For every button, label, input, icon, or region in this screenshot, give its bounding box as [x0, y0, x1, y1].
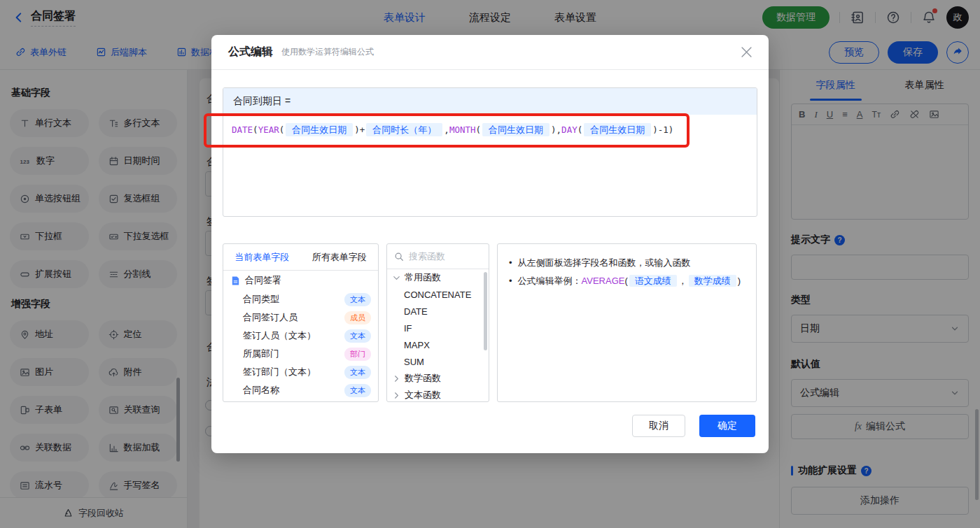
doc-icon	[230, 276, 241, 286]
formula-function-name: DAY	[561, 124, 578, 135]
formula-text: )+	[354, 124, 365, 135]
chevron-right-icon	[391, 373, 402, 384]
variables-panel: 当前表单字段所有表单字段 合同签署合同类型文本合同签订人员成员签订人员（文本）文…	[223, 243, 379, 402]
example-field-chip: 语文成绩	[629, 275, 677, 287]
variable-row[interactable]: 签订部门（文本）文本	[223, 363, 378, 381]
help-line: •公式编辑举例：AVERAGE(语文成绩，数学成绩)	[509, 272, 745, 290]
function-item[interactable]: IF	[387, 320, 489, 336]
variable-row[interactable]: 签订人员（文本）文本	[223, 327, 378, 345]
variable-row[interactable]: 文本	[223, 399, 378, 402]
variable-row[interactable]: 合同签订人员成员	[223, 308, 378, 327]
function-group[interactable]: 常用函数	[387, 269, 489, 286]
function-group-label: 数学函数	[405, 372, 441, 385]
variable-label: 所属部门	[243, 348, 279, 360]
variable-type-badge: 成员	[344, 311, 371, 324]
functions-scrollbar[interactable]	[484, 272, 487, 350]
example-function-name: AVERAGE	[582, 276, 625, 286]
formula-target: 合同到期日 =	[223, 88, 757, 115]
function-group-label: 文本函数	[405, 389, 441, 401]
variable-row[interactable]: 合同类型文本	[223, 290, 378, 308]
formula-text: (	[578, 124, 583, 135]
function-group-label: 常用函数	[405, 271, 441, 284]
variable-label: 合同名称	[243, 384, 279, 397]
formula-field-chip: 合同生效日期	[482, 123, 550, 136]
modal-subtitle: 使用数学运算符编辑公式	[281, 46, 374, 58]
formula-function-name: DATE	[232, 124, 253, 135]
formula-field-chip: 合同时长（年）	[366, 123, 442, 136]
function-item[interactable]: CONCATENATE	[387, 286, 489, 303]
function-item[interactable]: SUM	[387, 353, 489, 370]
formula-help-panel: •从左侧面板选择字段名和函数，或输入函数•公式编辑举例：AVERAGE(语文成绩…	[497, 243, 757, 402]
variable-type-badge: 文本	[344, 366, 371, 379]
variable-type-badge: 文本	[344, 402, 371, 403]
formula-edit-modal: 公式编辑 使用数学运算符编辑公式 合同到期日 = DATE(YEAR(合同生效日…	[211, 35, 769, 453]
formula-field-chip: 合同生效日期	[584, 123, 651, 136]
tab-all-form-fields[interactable]: 所有表单字段	[301, 244, 379, 270]
variable-label: 合同类型	[243, 293, 279, 306]
formula-text: (	[279, 124, 285, 135]
help-line: •从左侧面板选择字段名和函数，或输入函数	[509, 254, 745, 272]
variable-form-root[interactable]: 合同签署	[223, 271, 378, 290]
search-placeholder: 搜索函数	[409, 250, 445, 263]
variable-label: 合同签订人员	[243, 311, 298, 324]
function-search-input[interactable]: 搜索函数	[387, 244, 489, 269]
variable-label: 签订人员（文本）	[243, 329, 316, 342]
formula-function-name: YEAR	[258, 124, 279, 135]
modal-title: 公式编辑	[228, 45, 273, 59]
variable-row[interactable]: 合同名称文本	[223, 381, 378, 399]
example-text: ，	[678, 276, 687, 286]
variable-form-name: 合同签署	[245, 274, 281, 287]
function-item[interactable]: MAPX	[387, 336, 489, 353]
chevron-right-icon	[391, 390, 402, 401]
formula-text: (	[253, 124, 258, 135]
formula-field-chip: 合同生效日期	[286, 123, 353, 136]
variable-label: 签订部门（文本）	[243, 366, 316, 378]
chevron-down-icon	[391, 273, 402, 283]
tab-current-form-fields[interactable]: 当前表单字段	[223, 244, 301, 270]
function-group[interactable]: 文本函数	[387, 387, 489, 402]
confirm-button[interactable]: 确定	[699, 415, 755, 437]
variable-row[interactable]: 所属部门部门	[223, 345, 378, 363]
formula-text: (	[476, 124, 482, 135]
variable-type-badge: 文本	[344, 293, 371, 306]
help-example: 公式编辑举例：AVERAGE(语文成绩，数学成绩)	[518, 272, 741, 290]
formula-text: )-1)	[652, 124, 673, 135]
cancel-button[interactable]: 取消	[632, 415, 685, 437]
formula-editor-box: 合同到期日 = DATE(YEAR(合同生效日期)+合同时长（年）,MONTH(…	[223, 87, 757, 217]
search-icon	[394, 252, 404, 262]
formula-text: ,	[444, 124, 449, 135]
example-field-chip: 数学成绩	[689, 275, 736, 287]
example-text: (	[624, 276, 627, 286]
example-text: )	[738, 276, 741, 286]
function-group[interactable]: 数学函数	[387, 370, 489, 387]
functions-panel: 搜索函数 常用函数CONCATENATEDATEIFMAPXSUM数学函数文本函…	[386, 243, 489, 402]
function-item[interactable]: DATE	[387, 303, 489, 320]
formula-function-name: MONTH	[449, 124, 476, 135]
variable-type-badge: 部门	[344, 348, 371, 361]
variable-type-badge: 文本	[344, 329, 371, 343]
help-example-prefix: 公式编辑举例：	[518, 276, 582, 286]
formula-text: ),	[551, 124, 561, 135]
variable-type-badge: 文本	[344, 384, 371, 397]
close-icon[interactable]	[741, 47, 752, 57]
help-text: 从左侧面板选择字段名和函数，或输入函数	[518, 254, 691, 272]
formula-input[interactable]: DATE(YEAR(合同生效日期)+合同时长（年）,MONTH(合同生效日期),…	[223, 115, 757, 145]
